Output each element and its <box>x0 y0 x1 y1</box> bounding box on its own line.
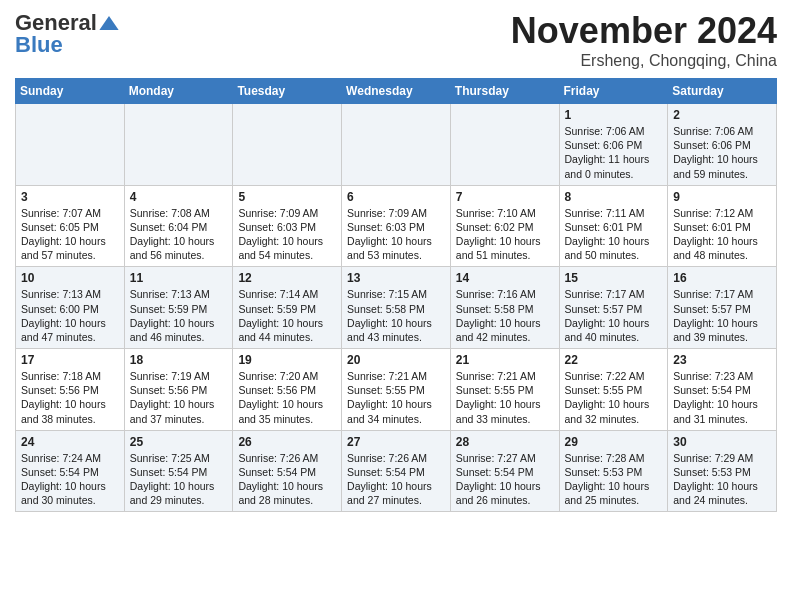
day-info: Daylight: 10 hours <box>565 479 663 493</box>
day-info: Sunrise: 7:28 AM <box>565 451 663 465</box>
day-number: 13 <box>347 271 445 285</box>
day-number: 26 <box>238 435 336 449</box>
day-info: Sunrise: 7:13 AM <box>21 287 119 301</box>
day-info: Daylight: 10 hours <box>238 234 336 248</box>
day-info: Sunrise: 7:20 AM <box>238 369 336 383</box>
day-info: Sunrise: 7:10 AM <box>456 206 554 220</box>
calendar-cell: 20Sunrise: 7:21 AMSunset: 5:55 PMDayligh… <box>342 349 451 431</box>
day-info: Sunset: 6:00 PM <box>21 302 119 316</box>
day-info: and 43 minutes. <box>347 330 445 344</box>
day-info: Sunrise: 7:29 AM <box>673 451 771 465</box>
calendar-cell: 14Sunrise: 7:16 AMSunset: 5:58 PMDayligh… <box>450 267 559 349</box>
day-info: Sunset: 5:56 PM <box>130 383 228 397</box>
calendar-cell: 2Sunrise: 7:06 AMSunset: 6:06 PMDaylight… <box>668 104 777 186</box>
calendar-cell: 15Sunrise: 7:17 AMSunset: 5:57 PMDayligh… <box>559 267 668 349</box>
calendar-table: SundayMondayTuesdayWednesdayThursdayFrid… <box>15 78 777 512</box>
svg-marker-0 <box>99 16 118 30</box>
day-number: 4 <box>130 190 228 204</box>
calendar-cell <box>450 104 559 186</box>
day-number: 5 <box>238 190 336 204</box>
month-title: November 2024 <box>511 10 777 52</box>
day-info: Daylight: 10 hours <box>130 234 228 248</box>
weekday-header: Tuesday <box>233 79 342 104</box>
calendar-cell: 4Sunrise: 7:08 AMSunset: 6:04 PMDaylight… <box>124 185 233 267</box>
day-info: Sunrise: 7:22 AM <box>565 369 663 383</box>
day-info: Sunrise: 7:11 AM <box>565 206 663 220</box>
day-info: Sunset: 5:55 PM <box>565 383 663 397</box>
day-number: 15 <box>565 271 663 285</box>
day-info: Daylight: 10 hours <box>21 397 119 411</box>
day-info: Sunrise: 7:26 AM <box>238 451 336 465</box>
day-info: Daylight: 10 hours <box>565 234 663 248</box>
day-info: Sunset: 6:05 PM <box>21 220 119 234</box>
day-number: 11 <box>130 271 228 285</box>
day-info: Sunset: 6:03 PM <box>238 220 336 234</box>
day-number: 28 <box>456 435 554 449</box>
calendar-week-row: 24Sunrise: 7:24 AMSunset: 5:54 PMDayligh… <box>16 430 777 512</box>
title-block: November 2024 Ersheng, Chongqing, China <box>511 10 777 70</box>
day-info: and 31 minutes. <box>673 412 771 426</box>
day-info: Sunrise: 7:12 AM <box>673 206 771 220</box>
day-info: Sunrise: 7:13 AM <box>130 287 228 301</box>
day-info: Daylight: 10 hours <box>673 152 771 166</box>
day-number: 23 <box>673 353 771 367</box>
logo-blue: Blue <box>15 32 63 58</box>
day-info: and 0 minutes. <box>565 167 663 181</box>
calendar-cell: 16Sunrise: 7:17 AMSunset: 5:57 PMDayligh… <box>668 267 777 349</box>
calendar-cell <box>16 104 125 186</box>
day-info: Sunrise: 7:23 AM <box>673 369 771 383</box>
day-info: Daylight: 10 hours <box>673 234 771 248</box>
logo: General Blue <box>15 10 119 58</box>
calendar-week-row: 3Sunrise: 7:07 AMSunset: 6:05 PMDaylight… <box>16 185 777 267</box>
day-info: Sunset: 5:54 PM <box>456 465 554 479</box>
day-info: Daylight: 10 hours <box>238 479 336 493</box>
calendar-cell: 19Sunrise: 7:20 AMSunset: 5:56 PMDayligh… <box>233 349 342 431</box>
day-number: 6 <box>347 190 445 204</box>
day-info: Daylight: 10 hours <box>673 316 771 330</box>
day-info: Sunrise: 7:24 AM <box>21 451 119 465</box>
calendar-cell: 27Sunrise: 7:26 AMSunset: 5:54 PMDayligh… <box>342 430 451 512</box>
day-info: and 54 minutes. <box>238 248 336 262</box>
calendar-cell: 5Sunrise: 7:09 AMSunset: 6:03 PMDaylight… <box>233 185 342 267</box>
day-number: 7 <box>456 190 554 204</box>
weekday-header: Monday <box>124 79 233 104</box>
calendar-cell: 21Sunrise: 7:21 AMSunset: 5:55 PMDayligh… <box>450 349 559 431</box>
day-info: Sunset: 5:58 PM <box>347 302 445 316</box>
day-number: 19 <box>238 353 336 367</box>
weekday-header: Wednesday <box>342 79 451 104</box>
day-info: and 42 minutes. <box>456 330 554 344</box>
day-info: Sunset: 5:54 PM <box>21 465 119 479</box>
day-info: Sunset: 5:53 PM <box>673 465 771 479</box>
calendar-cell: 23Sunrise: 7:23 AMSunset: 5:54 PMDayligh… <box>668 349 777 431</box>
calendar-cell: 25Sunrise: 7:25 AMSunset: 5:54 PMDayligh… <box>124 430 233 512</box>
calendar-cell: 17Sunrise: 7:18 AMSunset: 5:56 PMDayligh… <box>16 349 125 431</box>
day-info: Sunset: 5:54 PM <box>673 383 771 397</box>
day-info: Sunset: 6:06 PM <box>565 138 663 152</box>
calendar-cell <box>124 104 233 186</box>
day-info: and 27 minutes. <box>347 493 445 507</box>
day-info: Sunset: 5:54 PM <box>347 465 445 479</box>
calendar-cell: 22Sunrise: 7:22 AMSunset: 5:55 PMDayligh… <box>559 349 668 431</box>
day-info: Daylight: 10 hours <box>347 479 445 493</box>
weekday-header: Thursday <box>450 79 559 104</box>
day-info: and 33 minutes. <box>456 412 554 426</box>
day-info: Sunrise: 7:08 AM <box>130 206 228 220</box>
day-info: Daylight: 10 hours <box>673 397 771 411</box>
day-info: Sunset: 5:53 PM <box>565 465 663 479</box>
day-info: Daylight: 10 hours <box>347 234 445 248</box>
day-number: 10 <box>21 271 119 285</box>
day-info: and 44 minutes. <box>238 330 336 344</box>
day-number: 17 <box>21 353 119 367</box>
day-info: and 40 minutes. <box>565 330 663 344</box>
day-info: Sunset: 6:01 PM <box>565 220 663 234</box>
calendar-cell: 11Sunrise: 7:13 AMSunset: 5:59 PMDayligh… <box>124 267 233 349</box>
day-info: Sunrise: 7:17 AM <box>565 287 663 301</box>
calendar-cell: 26Sunrise: 7:26 AMSunset: 5:54 PMDayligh… <box>233 430 342 512</box>
day-number: 27 <box>347 435 445 449</box>
calendar-cell: 1Sunrise: 7:06 AMSunset: 6:06 PMDaylight… <box>559 104 668 186</box>
day-info: and 29 minutes. <box>130 493 228 507</box>
day-info: Daylight: 10 hours <box>238 316 336 330</box>
day-info: Sunrise: 7:25 AM <box>130 451 228 465</box>
day-info: Daylight: 10 hours <box>130 397 228 411</box>
day-info: and 37 minutes. <box>130 412 228 426</box>
